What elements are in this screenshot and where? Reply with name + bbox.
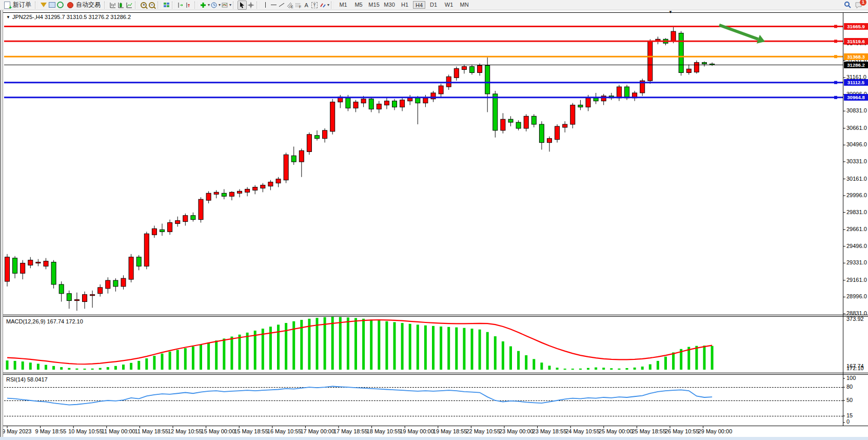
date-label: 22 May 10:55: [466, 428, 500, 434]
symbol-dropdown-icon[interactable]: ▼: [6, 15, 10, 20]
toolbar-grip: [104, 2, 107, 9]
date-label: 18 May 10:55: [367, 428, 401, 434]
timeframe-M5[interactable]: M5: [351, 1, 366, 9]
window-bottom-strip: [0, 437, 868, 440]
fibo-e-glyph: E: [291, 5, 293, 9]
timeframe-M15[interactable]: M15: [367, 1, 381, 9]
fibonacci-tool[interactable]: E: [286, 1, 294, 9]
line-chart-icon[interactable]: [125, 1, 133, 9]
timeframe-W1[interactable]: W1: [442, 1, 456, 9]
toolbar-grip: [233, 2, 236, 9]
crosshair-tool-button[interactable]: [247, 1, 255, 9]
fibo-f-glyph: F: [299, 5, 301, 9]
chart-window-icon[interactable]: [48, 1, 56, 9]
window-left-edge[interactable]: [0, 10, 3, 437]
candlestick-chart-icon[interactable]: [117, 1, 125, 9]
price-level-badge: 30964.8: [844, 94, 868, 101]
horizontal-line-tool[interactable]: [269, 1, 278, 9]
date-label: 15 May 18:55: [234, 428, 268, 434]
rsi-level-80: [4, 387, 843, 388]
macd-separator-top[interactable]: [0, 315, 868, 315]
add-indicator-icon[interactable]: [199, 1, 207, 9]
search-icon[interactable]: [843, 1, 852, 9]
timeframe-H1[interactable]: H1: [398, 1, 412, 9]
chart-title[interactable]: ▼ JPN225-,H4 31295.7 31310.5 31276.2 312…: [6, 14, 131, 20]
price-tick-label: 29661.0: [846, 226, 867, 232]
fibonacci-fan-tool[interactable]: F: [294, 1, 302, 9]
toolbar-grip: [157, 2, 161, 9]
macd-signal-value-label: 172.10: [846, 365, 864, 371]
new-order-label: 新订单: [13, 1, 31, 9]
indicator-window-icon[interactable]: [176, 1, 185, 9]
clock-icon[interactable]: [210, 1, 218, 9]
auto-trading-button[interactable]: 自动交易: [64, 1, 103, 9]
price-axis-line: [843, 12, 843, 426]
date-label: 10 May 10:55: [68, 428, 103, 434]
date-label: 26 May 10:55: [665, 428, 699, 434]
styles-funnel-icon[interactable]: [40, 1, 48, 9]
toolbar-grip: [172, 2, 175, 9]
plot-top-border: [0, 12, 868, 13]
rsi-separator-top[interactable]: [0, 373, 868, 373]
timeframe-H4[interactable]: H4: [413, 1, 425, 9]
macd-max-label: 373.92: [846, 316, 864, 322]
date-label: 24 May 10:55: [565, 428, 600, 434]
cursor-tool-button[interactable]: [238, 1, 247, 10]
rsi-axis-label: 100: [846, 375, 856, 381]
date-label: 9 May 2023: [2, 428, 31, 434]
price-tick-label: 29496.0: [846, 243, 867, 249]
date-label: 17 May 18:55: [333, 428, 368, 434]
date-label: 15 May 00:00: [201, 428, 235, 434]
price-level-badge: 31112.5: [844, 79, 868, 86]
timeframe-MN[interactable]: MN: [457, 1, 471, 9]
price-tick-label: 28996.0: [846, 293, 867, 299]
timeframe-M30[interactable]: M30: [382, 1, 397, 9]
zoom-in-icon[interactable]: +: [140, 1, 148, 9]
trendline-tool[interactable]: [278, 1, 286, 9]
date-label: 16 May 10:55: [267, 428, 302, 434]
auto-trading-icon: [66, 1, 74, 9]
arrows-tool[interactable]: [319, 1, 327, 9]
price-tick-label: 29831.0: [846, 209, 867, 215]
indicator-add-window-icon[interactable]: [185, 1, 193, 9]
date-label: 19 May 18:55: [433, 428, 467, 434]
vertical-line-tool[interactable]: [261, 1, 269, 9]
rsi-separator-bottom[interactable]: [0, 374, 868, 375]
zoom-out-icon[interactable]: −: [148, 1, 156, 9]
chart-title-text: JPN225-,H4 31295.7 31310.5 31276.2 31286…: [12, 14, 131, 20]
timeframe-M1[interactable]: M1: [336, 1, 350, 9]
date-label: 25 May 00:00: [599, 428, 633, 434]
signal-icon[interactable]: [56, 1, 64, 9]
timeframe-D1[interactable]: D1: [426, 1, 441, 9]
rsi-pane-header: RSI(14) 58.0417: [6, 376, 48, 382]
date-label: 19 May 00:00: [400, 428, 434, 434]
price-tick-label: 29331.0: [846, 259, 867, 265]
chart-shift-marker[interactable]: ▼: [668, 10, 673, 14]
price-tick-label: 30496.0: [846, 141, 867, 147]
tile-windows-icon[interactable]: [162, 1, 170, 9]
arrows-caret[interactable]: ▾: [327, 3, 329, 7]
rsi-axis-label: 0: [846, 418, 850, 425]
new-order-button[interactable]: + 新订单: [1, 1, 33, 9]
price-tick-label: 30331.0: [846, 158, 867, 164]
timeframe-group: M1M5M15M30H1H4D1W1MN: [336, 1, 472, 9]
price-tick-label: 30161.0: [846, 176, 867, 182]
bar-chart-icon[interactable]: [109, 1, 117, 9]
macd-separator-bottom[interactable]: [0, 316, 868, 317]
rsi-axis-label: 80: [846, 384, 853, 390]
toolbar-grip: [331, 2, 334, 9]
price-tick-label: 29161.0: [846, 277, 867, 283]
toolbar-grip: [35, 2, 38, 9]
chat-icon[interactable]: 1: [855, 1, 863, 9]
label-tool[interactable]: T: [310, 1, 319, 9]
date-label: 23 May 18:55: [532, 428, 567, 434]
date-label: 29 May 00:00: [698, 428, 733, 434]
toolbar-grip: [257, 2, 260, 9]
template-caret[interactable]: ▾: [229, 3, 231, 7]
rsi-level-50: [4, 400, 843, 401]
date-label: 17 May 00:00: [300, 428, 334, 434]
template-icon[interactable]: [221, 1, 229, 9]
text-tool[interactable]: A: [302, 1, 310, 9]
date-label: 11 May 00:00: [102, 428, 135, 434]
notification-badge: 1: [860, 0, 866, 6]
